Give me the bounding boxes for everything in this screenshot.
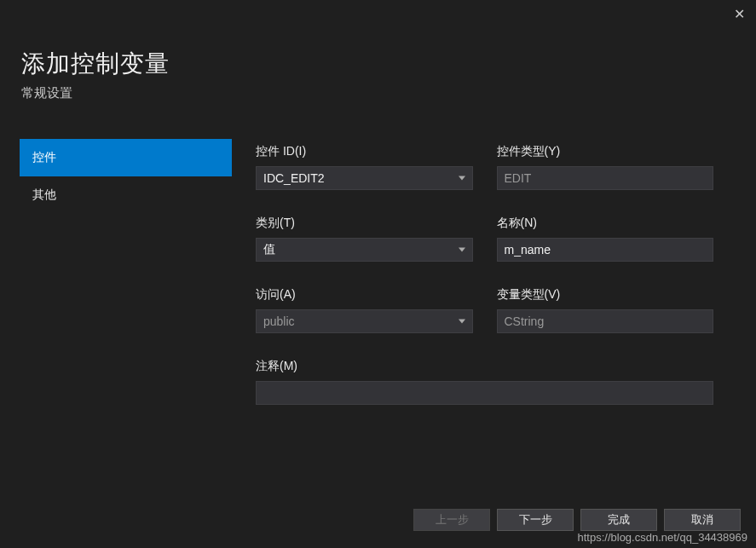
footer: 上一步 下一步 完成 取消 [413, 509, 741, 531]
field-label: 控件 ID(I) [256, 144, 473, 159]
field-comment: 注释(M) [256, 359, 713, 405]
field-label: 名称(N) [497, 216, 714, 231]
header: 添加控制变量 常规设置 [0, 0, 756, 101]
sidebar-item-other[interactable]: 其他 [20, 176, 232, 214]
sidebar-item-controls[interactable]: 控件 [20, 139, 232, 176]
chevron-down-icon [459, 248, 465, 252]
prev-button: 上一步 [413, 509, 490, 531]
field-category: 类别(T) 值 [256, 216, 473, 262]
page-subtitle: 常规设置 [21, 85, 756, 101]
control-id-select[interactable]: IDC_EDIT2 [256, 166, 473, 190]
next-button[interactable]: 下一步 [497, 509, 574, 531]
field-var-type: 变量类型(V) [497, 287, 714, 333]
field-label: 类别(T) [256, 216, 473, 231]
field-control-id: 控件 ID(I) IDC_EDIT2 [256, 144, 473, 190]
field-label: 控件类型(Y) [497, 144, 714, 159]
control-type-input [497, 166, 714, 190]
chevron-down-icon [459, 320, 465, 324]
field-control-type: 控件类型(Y) [497, 144, 714, 190]
page-title: 添加控制变量 [21, 48, 756, 80]
form: 控件 ID(I) IDC_EDIT2 控件类型(Y) 类别(T) 值 名 [232, 139, 756, 430]
cancel-button[interactable]: 取消 [664, 509, 741, 531]
sidebar-item-label: 其他 [32, 187, 56, 203]
select-value: 值 [263, 242, 275, 257]
sidebar: 控件 其他 [0, 139, 232, 430]
field-access: 访问(A) public [256, 287, 473, 333]
field-label: 注释(M) [256, 359, 713, 374]
access-select: public [256, 309, 473, 333]
content: 控件 其他 控件 ID(I) IDC_EDIT2 控件类型(Y) 类别(T) [0, 139, 756, 430]
watermark: https://blog.csdn.net/qq_34438969 [578, 531, 748, 544]
name-input[interactable] [497, 238, 714, 262]
close-button[interactable]: ✕ [730, 5, 747, 22]
comment-input[interactable] [256, 381, 713, 405]
select-value: IDC_EDIT2 [263, 171, 325, 185]
field-label: 变量类型(V) [497, 287, 714, 303]
var-type-input[interactable] [497, 309, 714, 333]
chevron-down-icon [459, 176, 465, 181]
finish-button[interactable]: 完成 [580, 509, 657, 531]
category-select[interactable]: 值 [256, 238, 473, 262]
sidebar-item-label: 控件 [32, 150, 56, 165]
field-name: 名称(N) [497, 216, 714, 262]
field-label: 访问(A) [256, 287, 473, 303]
select-value: public [263, 314, 295, 328]
